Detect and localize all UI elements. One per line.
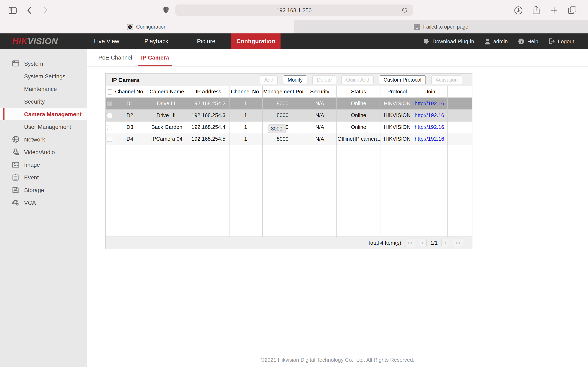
empty-table-space	[106, 145, 472, 236]
row-checkbox[interactable]	[107, 137, 112, 142]
camera-link[interactable]: http://192.16...	[415, 100, 446, 106]
next-page-button[interactable]: >	[441, 239, 449, 247]
delete-button[interactable]: Delete	[312, 75, 336, 84]
col-status: Status	[337, 86, 380, 98]
content-tab-strip: PoE Channel IP Camera	[87, 49, 588, 67]
sidebar-item-maintenance[interactable]: Maintenance	[0, 82, 87, 95]
col-camera-name: Camera Name	[146, 86, 188, 98]
quick-add-button[interactable]: Quick Add	[342, 75, 374, 84]
tab-failed-page[interactable]: 1 Failed to open page	[294, 20, 588, 33]
header-checkbox-cell	[106, 86, 114, 98]
downloads-icon[interactable]	[514, 6, 523, 15]
port-tooltip: 8000	[268, 124, 286, 133]
hikvision-logo: HIKVISION	[12, 36, 58, 46]
table-row[interactable]: D3 Back Garden 192.168.254.4 1 8000 8000…	[106, 121, 472, 133]
sidebar-item-image[interactable]: Image	[0, 158, 87, 171]
sidebar-item-system-settings[interactable]: System Settings	[0, 70, 87, 82]
user-icon	[485, 38, 490, 44]
main-content: PoE Channel IP Camera IP Camera Add Modi…	[87, 49, 588, 367]
forward-button-icon[interactable]	[41, 6, 50, 15]
sidebar-toggle-icon[interactable]	[8, 6, 17, 15]
col-management-port: Management Port	[262, 86, 303, 98]
custom-protocol-button[interactable]: Custom Protocol	[379, 75, 426, 84]
nav-playback[interactable]: Playback	[131, 33, 181, 49]
screen: 192.168.1.250 Configuration	[0, 0, 588, 367]
back-button-icon[interactable]	[25, 6, 34, 15]
col-channel-no: Channel No.	[114, 86, 146, 98]
address-bar[interactable]: 192.168.1.250	[175, 4, 413, 16]
col-channel-no-2: Channel No.	[229, 86, 262, 98]
event-icon	[12, 174, 19, 181]
table-row[interactable]: D2 Drive HL 192.168.254.3 1 8000 N/A Onl…	[106, 109, 472, 121]
app-header: HIKVISION Live View Playback Picture Con…	[0, 33, 588, 49]
col-security: Security	[303, 86, 337, 98]
browser-toolbar: 192.168.1.250	[0, 0, 588, 20]
image-icon	[12, 161, 19, 168]
panel-toolbar: Add Modify Delete Quick Add Custom Proto…	[260, 75, 462, 84]
tab-configuration[interactable]: Configuration	[0, 20, 294, 33]
browser-tab-bar: Configuration 1 Failed to open page	[0, 20, 588, 33]
new-tab-icon[interactable]	[550, 6, 559, 15]
nav-configuration[interactable]: Configuration	[231, 33, 281, 49]
table-footer: Total 4 Item(s) << < 1/1 > >>	[106, 236, 472, 249]
sidebar-item-event[interactable]: Event	[0, 171, 87, 184]
privacy-shield-icon[interactable]	[163, 7, 169, 14]
camera-table: Channel No. Camera Name IP Address Chann…	[106, 86, 472, 236]
help-button[interactable]: Help	[518, 38, 538, 44]
tab-title: Configuration	[136, 24, 167, 30]
row-checkbox[interactable]	[107, 125, 112, 130]
tab-ip-camera[interactable]: IP Camera	[138, 49, 172, 66]
row-checkbox[interactable]	[107, 101, 112, 106]
sidebar-item-vca[interactable]: VCA	[0, 196, 87, 209]
user-menu[interactable]: admin	[485, 38, 508, 44]
sidebar-item-camera-management[interactable]: Camera Management	[0, 108, 87, 120]
reload-icon[interactable]	[401, 7, 408, 13]
logout-button[interactable]: Logout	[549, 38, 574, 44]
table-row[interactable]: D1 Drive LL 192.168.254.2 1 8000 N/A Onl…	[106, 98, 472, 109]
camera-link[interactable]: http://192.16...	[415, 112, 446, 118]
url-text: 192.168.1.250	[277, 7, 312, 13]
camera-link[interactable]: http://192.16...	[415, 136, 446, 142]
sidebar-item-user-management[interactable]: User Management	[0, 120, 87, 133]
col-join: Join	[414, 86, 447, 98]
main-nav: Live View Playback Picture Configuration	[82, 33, 281, 49]
page-indicator: 1/1	[430, 240, 438, 246]
table-header-row: Channel No. Camera Name IP Address Chann…	[106, 86, 472, 98]
nav-live-view[interactable]: Live View	[82, 33, 131, 49]
col-protocol: Protocol	[380, 86, 414, 98]
camera-favicon-icon	[127, 24, 133, 30]
modify-button[interactable]: Modify	[283, 75, 307, 84]
tab-count-badge: 1	[414, 24, 420, 30]
info-icon	[518, 38, 525, 44]
system-icon	[12, 60, 19, 67]
nav-picture[interactable]: Picture	[181, 33, 231, 49]
activation-button[interactable]: Activation	[431, 75, 462, 84]
tab-poe-channel[interactable]: PoE Channel	[95, 49, 135, 66]
panel-title: IP Camera	[112, 77, 139, 83]
tab-overview-icon[interactable]	[568, 6, 577, 15]
add-button[interactable]: Add	[260, 75, 278, 84]
camera-link[interactable]: http://192.16...	[415, 124, 446, 130]
sidebar-item-security[interactable]: Security	[0, 95, 87, 108]
sidebar-item-network[interactable]: Network	[0, 133, 87, 146]
panel-header: IP Camera Add Modify Delete Quick Add Cu…	[106, 74, 472, 86]
download-plugin-button[interactable]: Download Plug-in	[423, 38, 474, 44]
last-page-button[interactable]: >>	[453, 239, 463, 247]
video-audio-icon	[12, 148, 19, 156]
sidebar-item-storage[interactable]: Storage	[0, 184, 87, 196]
share-icon[interactable]	[532, 6, 541, 15]
sidebar-item-system[interactable]: System	[0, 57, 87, 70]
network-icon	[12, 136, 19, 143]
prev-page-button[interactable]: <	[419, 239, 426, 247]
row-checkbox[interactable]	[107, 113, 112, 118]
sidebar-item-video-audio[interactable]: Video/Audio	[0, 146, 87, 158]
puzzle-icon	[423, 38, 430, 44]
first-page-button[interactable]: <<	[405, 239, 415, 247]
header-actions: Download Plug-in admin Help Logout	[423, 33, 574, 49]
total-items-label: Total 4 Item(s)	[368, 240, 401, 246]
col-extra	[447, 86, 472, 98]
vca-icon	[12, 199, 19, 206]
table-row[interactable]: D4 IPCamera 04 192.168.254.5 1 8000 N/A …	[106, 133, 472, 145]
col-ip-address: IP Address	[188, 86, 229, 98]
select-all-checkbox[interactable]	[107, 90, 112, 95]
